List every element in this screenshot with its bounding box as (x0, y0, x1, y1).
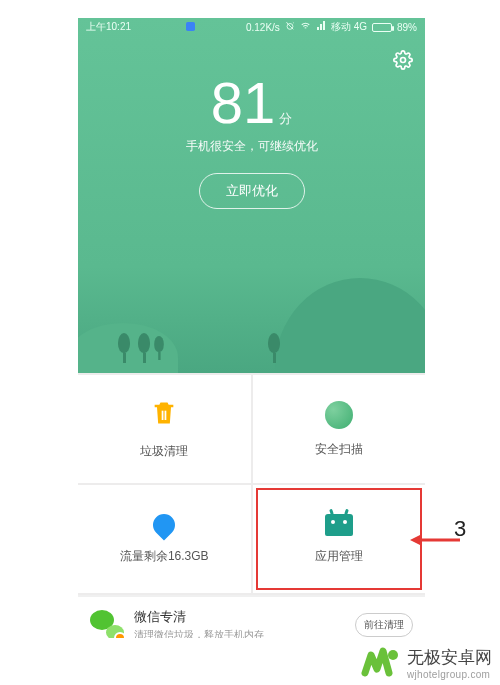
shield-icon (325, 401, 353, 429)
svg-rect-4 (165, 410, 167, 419)
status-carrier: 移动 4G (331, 20, 367, 34)
phone-screenshot: 上午10:21 0.12K/s 移动 4G 89% (78, 18, 425, 638)
tile-data-usage[interactable]: 流量剩余16.3GB (78, 485, 251, 593)
score-unit: 分 (279, 111, 292, 126)
security-subtitle: 手机很安全，可继续优化 (78, 138, 425, 155)
status-notification-icon (186, 22, 195, 33)
svg-point-7 (388, 650, 398, 660)
security-header: 上午10:21 0.12K/s 移动 4G 89% (78, 18, 425, 373)
battery-icon (372, 23, 392, 32)
tile-app-manage[interactable]: 应用管理 (253, 485, 426, 593)
android-icon (325, 514, 353, 536)
watermark-logo-icon (361, 645, 401, 681)
status-bar: 上午10:21 0.12K/s 移动 4G 89% (78, 18, 425, 36)
svg-marker-6 (410, 534, 422, 546)
tile-label: 应用管理 (315, 548, 363, 565)
alarm-off-icon (285, 21, 295, 33)
tile-trash-clean[interactable]: 垃圾清理 (78, 375, 251, 483)
wechat-clean-icon (90, 608, 124, 638)
drop-icon (149, 509, 180, 540)
tile-label: 流量剩余16.3GB (120, 548, 209, 565)
feature-grid: 垃圾清理 安全扫描 流量剩余16.3GB 应用管理 (78, 373, 425, 595)
header-illustration (78, 263, 425, 373)
watermark-url: wjhotelgroup.com (407, 669, 492, 680)
security-score: 81 (211, 74, 276, 132)
wifi-icon (300, 21, 311, 33)
trash-icon (150, 399, 178, 431)
optimize-button[interactable]: 立即优化 (199, 173, 305, 209)
red-highlight-box (256, 488, 423, 590)
svg-rect-0 (186, 22, 195, 31)
watermark: 无极安卓网 wjhotelgroup.com (361, 645, 492, 681)
watermark-name: 无极安卓网 (407, 646, 492, 669)
tile-label: 安全扫描 (315, 441, 363, 458)
status-net-speed: 0.12K/s (246, 22, 280, 33)
annotation-arrow-icon (410, 530, 460, 550)
promo-subtitle: 清理微信垃圾，释放手机内存 (134, 628, 264, 638)
promo-title: 微信专清 (134, 608, 264, 626)
promo-go-button[interactable]: 前往清理 (355, 613, 413, 637)
tile-security-scan[interactable]: 安全扫描 (253, 375, 426, 483)
svg-point-2 (401, 58, 406, 63)
wechat-clean-promo[interactable]: 微信专清 清理微信垃圾，释放手机内存 前往清理 (78, 597, 425, 638)
signal-icon (316, 21, 326, 33)
status-battery-pct: 89% (397, 22, 417, 33)
settings-button[interactable] (393, 50, 413, 70)
svg-rect-3 (162, 410, 164, 419)
status-time: 上午10:21 (86, 20, 131, 34)
tile-label: 垃圾清理 (140, 443, 188, 460)
